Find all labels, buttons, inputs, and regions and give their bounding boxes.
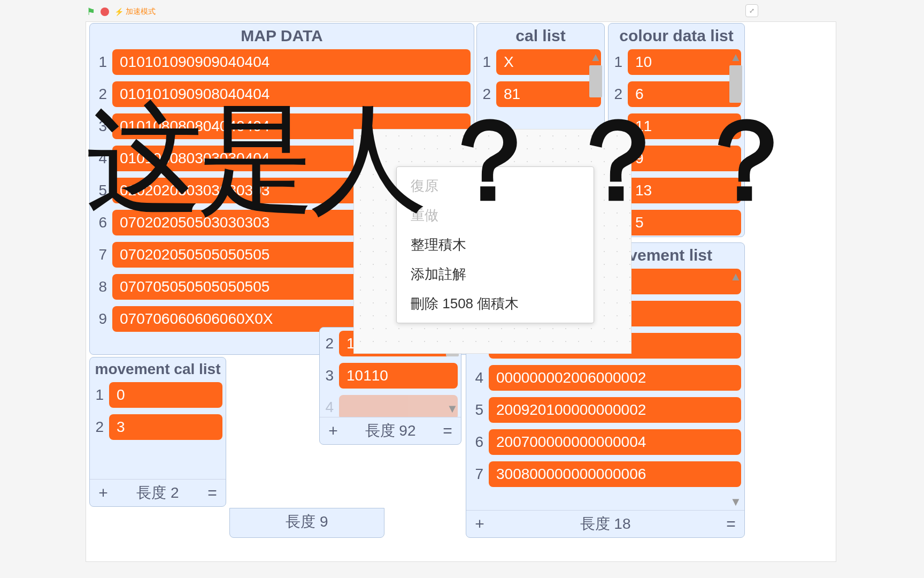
- list-row[interactable]: 6200700000000000004: [469, 429, 741, 455]
- scrollbar[interactable]: ▲ ▼: [728, 271, 743, 508]
- list-footer: + 長度 2 =: [90, 479, 226, 506]
- fullscreen-button[interactable]: ⤢: [745, 4, 758, 17]
- context-menu: 復原 重做 整理積木 添加註解 刪除 1508 個積木: [396, 166, 594, 323]
- list-footer: + 長度 18 =: [466, 510, 744, 537]
- add-item-button[interactable]: +: [472, 515, 488, 533]
- turbo-label: 加速模式: [126, 7, 156, 17]
- stage-header: ⚑ ⚡ 加速模式: [0, 4, 924, 19]
- list-body: 10 23: [90, 382, 226, 479]
- list-footer: + 長度 92 =: [320, 417, 461, 444]
- list-length: 長度 2: [111, 483, 204, 503]
- list-row[interactable]: 1010101090909040404: [93, 49, 471, 75]
- list-row[interactable]: 4000000002006000002: [469, 365, 741, 391]
- stop-icon[interactable]: [101, 7, 109, 16]
- list-row[interactable]: 310110: [323, 363, 458, 389]
- list-row[interactable]: 2010101090908040404: [93, 81, 471, 107]
- list-row[interactable]: 110: [612, 49, 741, 75]
- bolt-icon: ⚡: [114, 7, 124, 16]
- list-monitor-movement-cal[interactable]: movement cal list 10 23 + 長度 2 =: [89, 357, 226, 507]
- list-row[interactable]: 4: [323, 395, 458, 417]
- list-length: 長度 92: [341, 421, 440, 441]
- scroll-up-icon[interactable]: ▲: [730, 271, 742, 283]
- list-row[interactable]: 5200920100000000002: [469, 397, 741, 423]
- list-length: 長度 9: [235, 512, 379, 532]
- list-row[interactable]: 281: [480, 81, 601, 107]
- menu-add-comment[interactable]: 添加註解: [397, 260, 594, 289]
- menu-undo: 復原: [397, 171, 594, 201]
- list-title: cal list: [477, 24, 604, 49]
- menu-clean-up[interactable]: 整理積木: [397, 230, 594, 260]
- scrollbar[interactable]: ▲: [728, 51, 743, 234]
- list-title: MAP DATA: [90, 24, 474, 49]
- resize-handle[interactable]: =: [204, 484, 220, 502]
- scroll-thumb[interactable]: [729, 65, 742, 103]
- resize-handle[interactable]: =: [723, 515, 739, 533]
- list-row[interactable]: 10: [93, 382, 222, 408]
- turbo-mode-indicator: ⚡ 加速模式: [114, 7, 156, 17]
- green-flag-icon[interactable]: ⚑: [87, 6, 95, 18]
- list-title: colour data list: [609, 24, 744, 49]
- scroll-down-icon[interactable]: ▼: [446, 403, 458, 415]
- menu-delete-blocks[interactable]: 刪除 1508 個積木: [397, 289, 594, 318]
- add-item-button[interactable]: +: [325, 422, 341, 440]
- add-item-button[interactable]: +: [95, 484, 111, 502]
- list-row[interactable]: 7300800000000000006: [469, 461, 741, 487]
- scroll-thumb[interactable]: [589, 65, 602, 97]
- scroll-up-icon[interactable]: ▲: [730, 51, 742, 63]
- list-row[interactable]: 1X: [480, 49, 601, 75]
- list-row[interactable]: 23: [93, 414, 222, 440]
- list-length: 長度 18: [488, 514, 723, 534]
- stage: MAP DATA 1010101090909040404 20101010909…: [86, 21, 836, 562]
- list-row[interactable]: 26: [612, 81, 741, 107]
- list-footer-map-data: 長度 9: [229, 508, 384, 538]
- scroll-up-icon[interactable]: ▲: [590, 51, 602, 63]
- resize-handle[interactable]: =: [440, 422, 456, 440]
- list-title: movement cal list: [90, 358, 226, 382]
- menu-redo: 重做: [397, 201, 594, 230]
- scroll-down-icon[interactable]: ▼: [730, 496, 742, 508]
